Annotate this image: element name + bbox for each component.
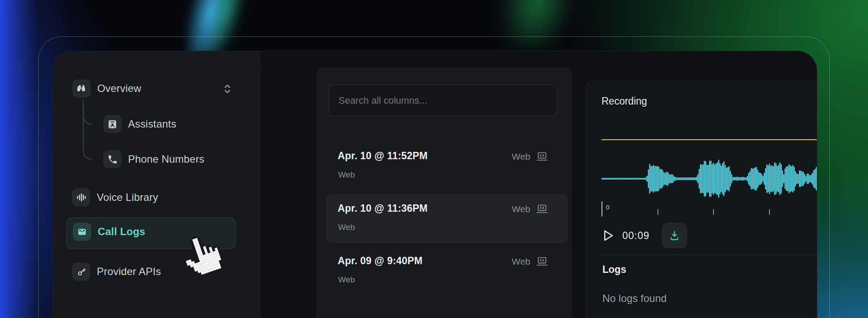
ruler-start-tick <box>602 201 602 216</box>
download-icon <box>669 230 680 241</box>
chevron-up-down-icon[interactable] <box>222 83 233 95</box>
sidebar: Overview Assistants <box>53 51 261 318</box>
binoculars-icon <box>72 79 91 98</box>
recording-panel: Recording 0 <box>586 81 817 318</box>
playback-controls: 00:09 <box>602 223 650 248</box>
ruler-tick <box>658 209 658 215</box>
laptop-code-icon <box>536 256 548 267</box>
screenshot-stage: Overview Assistants <box>0 0 868 318</box>
call-channel: Web <box>338 223 355 232</box>
sidebar-item-overview[interactable]: Overview <box>72 79 141 98</box>
sidebar-item-label: Overview <box>97 82 141 95</box>
ruler-tick <box>713 209 714 215</box>
content-region: Apr. 10 @ 11:52PM Web Web Apr. 10 @ 11:3… <box>261 51 817 318</box>
call-datetime: Apr. 10 @ 11:36PM <box>338 203 427 214</box>
call-log-row[interactable]: Apr. 09 @ 9:40PM Web Web <box>317 246 572 298</box>
sidebar-item-label: Assistants <box>128 118 176 130</box>
timeline-played-line <box>602 139 817 140</box>
call-list-panel: Apr. 10 @ 11:52PM Web Web Apr. 10 @ 11:3… <box>317 68 572 318</box>
sidebar-item-assistants[interactable]: Assistants <box>103 115 176 133</box>
call-channel: Web <box>338 275 355 285</box>
call-datetime: Apr. 10 @ 11:52PM <box>338 150 427 162</box>
audio-waveform <box>602 120 817 220</box>
call-log-row-selected[interactable]: Apr. 10 @ 11:36PM Web Web <box>317 194 572 245</box>
sidebar-item-label: Phone Numbers <box>128 153 204 165</box>
sidebar-item-voice-library[interactable]: Voice Library <box>72 188 158 207</box>
play-icon <box>602 228 615 243</box>
call-badge: Web <box>512 151 530 162</box>
tree-connector <box>53 51 105 168</box>
laptop-code-icon <box>536 151 548 162</box>
laptop-code-icon <box>536 203 548 215</box>
inbox-icon <box>73 223 91 241</box>
waveform-icon <box>72 188 90 207</box>
key-icon <box>72 262 90 281</box>
logs-empty-message: No logs found <box>602 292 667 305</box>
call-badge: Web <box>512 256 530 267</box>
sidebar-item-provider-apis[interactable]: Provider APIs <box>72 262 161 281</box>
ruler-tick <box>769 209 770 215</box>
play-button[interactable] <box>602 223 619 248</box>
row-highlight <box>326 194 568 243</box>
recording-title: Recording <box>602 95 647 107</box>
waveform-scrubber[interactable]: 0 <box>602 120 817 220</box>
sidebar-item-label: Call Logs <box>98 226 145 238</box>
call-channel: Web <box>338 170 355 180</box>
sidebar-item-phone-numbers[interactable]: Phone Numbers <box>103 150 204 168</box>
call-datetime: Apr. 09 @ 9:40PM <box>338 255 423 267</box>
logs-title: Logs <box>602 264 626 275</box>
sidebar-item-label: Voice Library <box>97 191 158 203</box>
section-divider <box>602 255 817 255</box>
search-input[interactable] <box>329 85 557 116</box>
ruler-zero-label: 0 <box>606 203 609 211</box>
id-card-icon <box>103 115 122 133</box>
call-log-row[interactable]: Apr. 10 @ 11:52PM Web Web <box>317 141 572 193</box>
phone-icon <box>103 150 122 168</box>
sidebar-item-call-logs[interactable]: Call Logs <box>73 223 145 241</box>
app-window: Overview Assistants <box>53 51 817 318</box>
call-badge: Web <box>512 204 530 214</box>
playback-time: 00:09 <box>622 230 650 242</box>
download-button[interactable] <box>662 223 687 248</box>
sidebar-item-label: Provider APIs <box>97 266 161 278</box>
